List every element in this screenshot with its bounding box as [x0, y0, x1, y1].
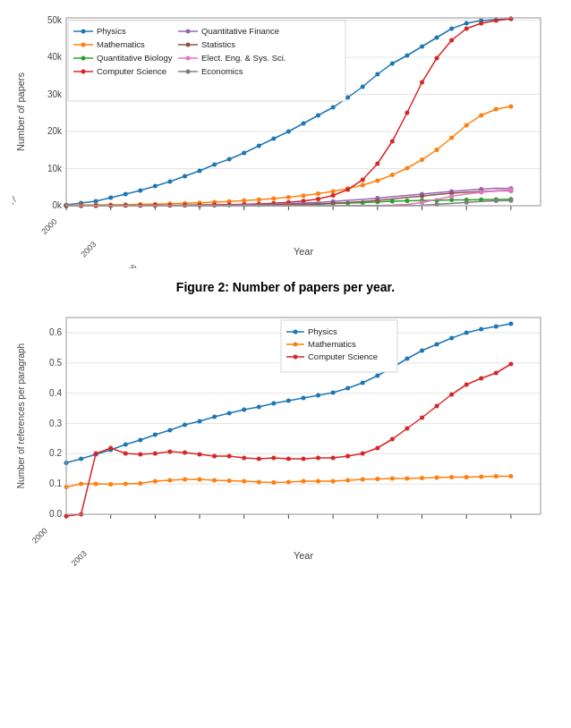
svg-text:0k: 0k [52, 200, 63, 210]
svg-point-253 [257, 405, 261, 410]
svg-point-296 [435, 476, 439, 480]
svg-point-94 [449, 136, 454, 140]
svg-point-309 [167, 450, 172, 454]
legend-eess: Elect. Eng. & Sys. Sci. [201, 53, 286, 63]
svg-point-252 [242, 408, 246, 412]
svg-point-88 [361, 182, 365, 187]
svg-point-245 [138, 438, 142, 443]
svg-point-338 [294, 343, 298, 347]
svg-point-246 [153, 433, 158, 437]
svg-point-260 [361, 381, 365, 385]
svg-point-290 [345, 478, 350, 483]
svg-point-41 [124, 192, 128, 197]
svg-point-249 [198, 419, 202, 424]
svg-point-299 [479, 475, 483, 479]
svg-text:0.1: 0.1 [49, 478, 62, 488]
svg-point-63 [449, 27, 454, 31]
svg-point-86 [331, 190, 336, 194]
svg-point-81 [257, 198, 261, 202]
svg-point-150 [361, 178, 365, 182]
svg-point-247 [167, 428, 172, 433]
svg-point-91 [405, 166, 409, 171]
svg-point-328 [449, 393, 454, 397]
svg-point-62 [435, 36, 439, 40]
svg-point-259 [345, 386, 350, 391]
svg-point-318 [302, 457, 306, 461]
svg-point-308 [153, 452, 158, 456]
chart1-svg: 0k 10k 20k 30k 40k 50k Number of papers … [13, 9, 558, 268]
svg-point-89 [375, 179, 379, 183]
svg-point-265 [435, 343, 439, 347]
svg-point-159 [494, 19, 499, 23]
legend-stats: Statistics [201, 39, 235, 49]
svg-text:Year: Year [294, 550, 314, 561]
svg-point-59 [390, 62, 395, 66]
svg-point-248 [183, 423, 187, 427]
svg-text:Number of references per parag: Number of references per paragraph [16, 343, 26, 488]
svg-point-97 [494, 107, 499, 112]
svg-point-98 [508, 105, 513, 109]
svg-point-285 [271, 480, 276, 485]
svg-point-90 [390, 173, 395, 177]
svg-point-244 [124, 443, 128, 447]
svg-point-40 [108, 196, 113, 200]
svg-point-306 [124, 452, 128, 456]
svg-point-256 [302, 396, 306, 401]
svg-point-269 [494, 325, 499, 329]
legend-qfin: Quantitative Finance [201, 26, 279, 36]
svg-point-327 [435, 404, 439, 409]
svg-point-157 [464, 27, 469, 31]
chart2-svg: 0.0 0.1 0.2 0.3 0.4 0.5 0.6 Number of re… [13, 309, 558, 568]
svg-point-151 [375, 162, 379, 166]
svg-point-319 [316, 456, 320, 461]
svg-point-95 [464, 123, 469, 128]
svg-point-85 [316, 191, 320, 196]
svg-point-280 [198, 478, 202, 482]
svg-text:2003: 2003 [70, 549, 89, 568]
svg-text:1997: 1997 [13, 195, 19, 214]
svg-point-194 [186, 30, 191, 34]
svg-text:2006: 2006 [119, 263, 138, 268]
svg-point-175 [420, 200, 424, 205]
svg-point-311 [198, 453, 202, 457]
svg-point-289 [331, 479, 336, 484]
svg-point-52 [286, 130, 291, 134]
svg-point-267 [464, 331, 469, 335]
svg-point-178 [508, 188, 513, 192]
svg-point-177 [479, 190, 483, 195]
svg-text:0.4: 0.4 [49, 388, 62, 398]
svg-text:40k: 40k [47, 52, 63, 62]
svg-point-84 [302, 193, 306, 198]
svg-point-42 [138, 189, 142, 193]
svg-point-49 [242, 151, 246, 156]
svg-point-287 [302, 479, 306, 484]
svg-point-329 [464, 383, 469, 387]
svg-point-181 [494, 199, 499, 203]
svg-point-153 [405, 111, 409, 115]
svg-point-56 [345, 96, 350, 100]
svg-point-284 [257, 480, 261, 485]
svg-point-320 [331, 456, 336, 461]
figure2-caption: Figure 2: Number of papers per year. [176, 280, 395, 294]
svg-point-43 [153, 184, 158, 189]
chart2-legend-physics: Physics [308, 326, 337, 336]
svg-point-61 [420, 45, 424, 49]
svg-point-64 [464, 21, 469, 26]
svg-text:0.2: 0.2 [49, 448, 62, 458]
svg-text:10k: 10k [47, 164, 63, 174]
svg-point-200 [186, 70, 191, 74]
svg-point-96 [479, 114, 483, 118]
legend-math: Mathematics [97, 39, 145, 49]
svg-point-313 [227, 454, 232, 459]
svg-point-92 [420, 157, 424, 162]
svg-text:0.6: 0.6 [49, 327, 62, 337]
svg-point-278 [167, 478, 172, 483]
svg-text:20k: 20k [47, 126, 63, 136]
svg-point-293 [390, 477, 395, 481]
svg-point-297 [449, 475, 454, 479]
svg-point-279 [183, 478, 187, 482]
svg-point-336 [294, 330, 298, 334]
svg-point-254 [271, 402, 276, 406]
svg-text:2003: 2003 [79, 240, 98, 258]
page: 0k 10k 20k 30k 40k 50k Number of papers … [0, 0, 571, 583]
